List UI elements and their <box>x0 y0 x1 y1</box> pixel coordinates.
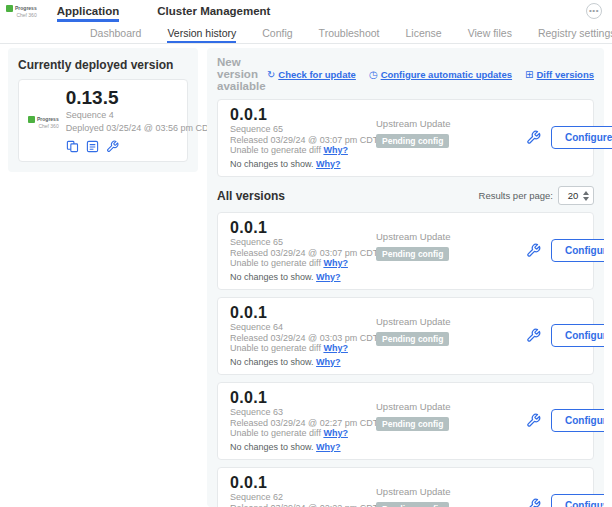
diff-why-link[interactable]: Why? <box>323 428 348 438</box>
tab-registry-settings[interactable]: Registry settings <box>538 22 612 43</box>
status-badge: Pending config <box>376 332 449 346</box>
app-logo: Progress Chef 360 <box>6 0 37 22</box>
version-type: Upstream Update <box>376 231 526 242</box>
all-versions-title: All versions <box>217 189 285 203</box>
diff-why-link[interactable]: Why? <box>323 145 348 155</box>
more-menu-icon[interactable]: ••• <box>586 3 602 19</box>
status-badge: Pending config <box>376 134 449 148</box>
app-header: Progress Chef 360 Application Cluster Ma… <box>0 0 612 22</box>
version-type: Upstream Update <box>376 118 526 129</box>
spinner-icon <box>583 191 589 201</box>
status-badge: Pending config <box>376 502 449 507</box>
version-number: 0.0.1 <box>230 303 376 322</box>
version-row: 0.0.1 Sequence 65 Released 03/29/24 @ 03… <box>217 99 594 177</box>
currently-deployed-title: Currently deployed version <box>18 58 188 72</box>
new-version-title: New version available <box>217 56 267 92</box>
diff-icon[interactable] <box>66 140 79 153</box>
logo-text-2: Chef 360 <box>38 123 58 129</box>
logo-text-1: Progress <box>37 116 59 122</box>
version-released: Released 03/29/24 @ 03:07 pm CDT <box>230 248 376 259</box>
version-type: Upstream Update <box>376 316 526 327</box>
version-number: 0.0.1 <box>230 218 376 237</box>
version-diff-note: Unable to generate diff Why? <box>230 258 376 269</box>
wrench-icon[interactable] <box>106 140 119 153</box>
version-sequence: Sequence 65 <box>230 124 376 135</box>
changes-why-link[interactable]: Why? <box>316 272 341 282</box>
deployed-version-number: 0.13.5 <box>66 88 214 108</box>
secondary-nav: Dashboard Version history Config Trouble… <box>0 22 612 44</box>
diff-versions-link[interactable]: ⊞ Diff versions <box>525 69 594 80</box>
version-changes-note: No changes to show. Why? <box>230 159 376 170</box>
version-number: 0.0.1 <box>230 105 376 124</box>
version-sequence: Sequence 63 <box>230 407 376 418</box>
version-type: Upstream Update <box>376 486 526 497</box>
status-badge: Pending config <box>376 417 449 431</box>
version-released: Released 03/29/24 @ 02:27 pm CDT <box>230 418 376 429</box>
results-per-page-select[interactable]: 20 <box>558 186 594 205</box>
version-diff-note: Unable to generate diff Why? <box>230 145 376 156</box>
deployed-sequence: Sequence 4 <box>66 110 214 121</box>
wrench-gear-icon[interactable] <box>526 130 541 145</box>
config-icon[interactable] <box>86 140 99 153</box>
configure-button[interactable]: Configure <box>551 324 604 347</box>
version-number: 0.0.1 <box>230 388 376 407</box>
configure-button[interactable]: Configure <box>551 409 604 432</box>
wrench-gear-icon[interactable] <box>526 498 541 507</box>
tab-version-history[interactable]: Version history <box>167 22 236 43</box>
diff-grid-icon: ⊞ <box>525 69 533 80</box>
version-row: 0.0.1 Sequence 64 Released 03/29/24 @ 03… <box>217 297 594 375</box>
logo-icon <box>6 5 13 12</box>
version-released: Released 03/29/24 @ 03:07 pm CDT <box>230 135 376 146</box>
changes-why-link[interactable]: Why? <box>316 159 341 169</box>
tab-view-files[interactable]: View files <box>468 22 512 43</box>
version-diff-note: Unable to generate diff Why? <box>230 343 376 354</box>
wrench-gear-icon[interactable] <box>526 243 541 258</box>
configure-automatic-updates-link[interactable]: ◷ Configure automatic updates <box>369 69 512 80</box>
logo-text-1: Progress <box>15 5 37 11</box>
version-sequence: Sequence 62 <box>230 492 376 503</box>
app-tabs: Application Cluster Management <box>57 0 271 22</box>
version-sequence: Sequence 65 <box>230 237 376 248</box>
configure-button[interactable]: Configure <box>551 239 604 262</box>
version-sequence: Sequence 64 <box>230 322 376 333</box>
tab-license[interactable]: License <box>406 22 442 43</box>
deployed-timestamp: Deployed 03/25/24 @ 03:56 pm CDT <box>66 123 214 134</box>
all-versions-list: 0.0.1 Sequence 65 Released 03/29/24 @ 03… <box>217 212 594 507</box>
clock-icon: ◷ <box>369 69 378 80</box>
version-number: 0.0.1 <box>230 473 376 492</box>
tab-troubleshoot[interactable]: Troubleshoot <box>319 22 380 43</box>
tab-config[interactable]: Config <box>262 22 292 43</box>
deployed-version-card: Progress Chef 360 0.13.5 Sequence 4 Depl… <box>18 79 188 162</box>
diff-why-link[interactable]: Why? <box>323 258 348 268</box>
all-versions-panel: All versions Results per page: 20 0.0.1 … <box>207 178 604 507</box>
tab-dashboard[interactable]: Dashboard <box>90 22 141 43</box>
status-badge: Pending config <box>376 247 449 261</box>
version-changes-note: No changes to show. Why? <box>230 357 376 368</box>
configure-button[interactable]: Configure <box>551 126 612 149</box>
configure-button[interactable]: Configure <box>551 494 604 507</box>
wrench-gear-icon[interactable] <box>526 413 541 428</box>
version-row: 0.0.1 Sequence 63 Released 03/29/24 @ 02… <box>217 382 594 460</box>
refresh-icon: ↻ <box>267 69 275 80</box>
version-changes-note: No changes to show. Why? <box>230 442 376 453</box>
tab-cluster-management[interactable]: Cluster Management <box>157 0 270 22</box>
logo-icon <box>28 116 35 123</box>
new-version-card-slot: 0.0.1 Sequence 65 Released 03/29/24 @ 03… <box>217 99 594 177</box>
version-changes-note: No changes to show. Why? <box>230 272 376 283</box>
version-row: 0.0.1 Sequence 62 Released 03/29/24 @ 02… <box>217 467 594 507</box>
version-type: Upstream Update <box>376 401 526 412</box>
tab-application[interactable]: Application <box>57 0 120 22</box>
version-row: 0.0.1 Sequence 65 Released 03/29/24 @ 03… <box>217 212 594 290</box>
changes-why-link[interactable]: Why? <box>316 442 341 452</box>
changes-why-link[interactable]: Why? <box>316 357 341 367</box>
version-released: Released 03/29/24 @ 03:03 pm CDT <box>230 333 376 344</box>
wrench-gear-icon[interactable] <box>526 328 541 343</box>
currently-deployed-panel: Currently deployed version Progress Chef… <box>8 48 198 172</box>
version-diff-note: Unable to generate diff Why? <box>230 428 376 439</box>
logo-text-2: Chef 360 <box>16 12 36 18</box>
check-for-update-link[interactable]: ↻ Check for update <box>267 69 356 80</box>
results-per-page-label: Results per page: <box>479 190 553 201</box>
version-released: Released 03/29/24 @ 02:22 pm CDT <box>230 503 376 507</box>
diff-why-link[interactable]: Why? <box>323 343 348 353</box>
deployed-app-logo: Progress Chef 360 <box>28 88 59 153</box>
